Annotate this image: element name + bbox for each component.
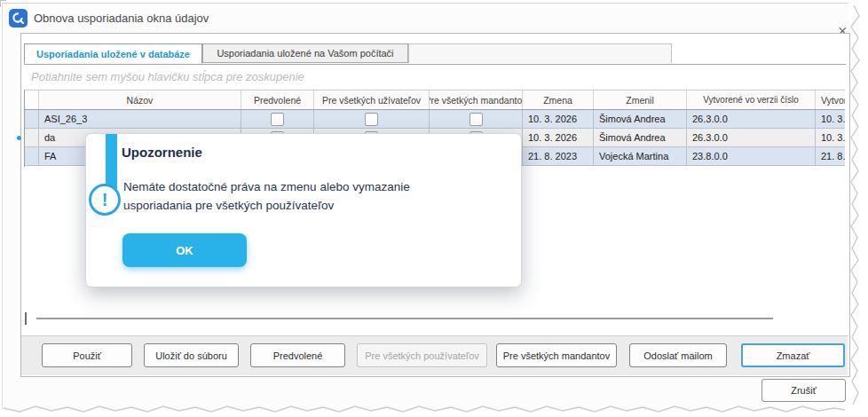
pre-vsetkych-pouzivatelov-button[interactable]: Pre všetkých používateľov	[357, 343, 487, 367]
torn-corner-mark	[0, 0, 6, 1]
cell-zmena: 10. 3. 2026	[523, 110, 594, 128]
cell-mandantov	[430, 110, 523, 128]
tab-strip: Usporiadania uložené v databáze Usporiad…	[24, 43, 846, 65]
modal-message-line2: usporiadania pre všetkých používateľov	[123, 199, 334, 212]
cell-zmena: 21. 8. 2023	[523, 147, 594, 165]
ok-button[interactable]: OK	[122, 233, 247, 267]
predvolene-button[interactable]: Predvolené	[250, 343, 345, 367]
grid-header-row: Názov Predvolené Pre všetkých užívateľov…	[25, 90, 845, 110]
checkbox-pre-vsetkych-uzivatelov[interactable]	[365, 113, 378, 126]
warning-icon: !	[89, 184, 121, 216]
checkbox-predvolene[interactable]	[271, 113, 284, 126]
cell-nazov: ASI_26_3	[39, 110, 241, 128]
row-indicator-cell	[25, 129, 39, 146]
row-indicator-cell	[25, 110, 39, 128]
column-header-vytvorene-vo-verzii[interactable]: Vytvorené vo verzii číslo	[687, 90, 816, 109]
current-row-dot	[17, 136, 21, 140]
zmazat-button[interactable]: Zmazať	[741, 343, 845, 367]
group-by-hint: Potiahnite sem myšou hlavičku stĺpca pre…	[31, 70, 304, 83]
column-header-nazov[interactable]: Názov	[39, 90, 241, 109]
tab-layouts-on-computer[interactable]: Usporiadania uložené na Vašom počítači	[202, 43, 408, 63]
column-header-pre-vsetkych-mandantov[interactable]: Pre všetkých mandantov	[430, 90, 523, 109]
cell-verzia: 26.3.0.0	[687, 110, 816, 128]
cell-zmenil: Šimová Andrea	[594, 110, 687, 128]
title-bar: Obnova usporiadania okna údajov ×	[3, 4, 848, 34]
column-header-predvolene[interactable]: Predvolené	[241, 90, 314, 109]
tab-strip-filler	[408, 43, 672, 63]
warning-dialog: Upozornenie ! Nemáte dostatočné práva na…	[85, 133, 522, 287]
torn-corner-mark	[0, 0, 1, 7]
cell-zmenil: Vojecká Martina	[594, 147, 687, 165]
cell-verzia: 26.3.0.0	[687, 129, 816, 146]
ulozit-do-suboru-button[interactable]: Uložiť do súboru	[144, 343, 239, 367]
cell-vytvorene: 10. 3. 2	[816, 110, 845, 128]
pouzit-button[interactable]: Použiť	[42, 343, 132, 367]
cell-verzia: 23.8.0.0	[687, 147, 816, 165]
cell-zmena: 10. 3. 2026	[523, 129, 594, 146]
row-indicator-cell	[25, 147, 39, 165]
column-header-vytvorene[interactable]: Vytvorené	[816, 90, 845, 109]
modal-message-line1: Nemáte dostatočné práva na zmenu alebo v…	[123, 180, 410, 193]
checkbox-pre-vsetkych-mandantov[interactable]	[470, 113, 483, 126]
app-icon	[9, 9, 28, 28]
window-title: Obnova usporiadania okna údajov	[34, 12, 209, 25]
splitter-tick	[25, 312, 27, 325]
tab-layouts-in-database[interactable]: Usporiadania uložené v databáze	[24, 43, 202, 64]
column-header-pre-vsetkych-uzivatelov[interactable]: Pre všetkých užívateľov	[314, 90, 430, 109]
cell-predvolene	[241, 110, 314, 128]
cell-zmenil: Šimová Andrea	[594, 129, 687, 146]
cell-uzivatelov	[314, 110, 430, 128]
cell-vytvorene: 10. 3. 2	[816, 129, 845, 146]
modal-message: Nemáte dostatočné práva na zmenu alebo v…	[123, 177, 496, 215]
modal-accent-bar	[106, 134, 117, 189]
zrusit-button[interactable]: Zrušiť	[761, 379, 846, 402]
column-header-zmena[interactable]: Zmena	[523, 90, 594, 109]
action-button-bar: Použiť Uložiť do súboru Predvolené Pre v…	[21, 335, 848, 375]
row-indicator-header	[25, 90, 39, 109]
column-header-zmenil[interactable]: Zmenil	[594, 90, 687, 109]
odoslat-mailom-button[interactable]: Odoslať mailom	[629, 343, 727, 367]
modal-title: Upozornenie	[122, 145, 202, 160]
horizontal-splitter[interactable]	[36, 318, 773, 319]
cell-vytvorene: 21. 8. 2	[816, 147, 845, 165]
table-row[interactable]: ASI_26_3 10. 3. 2026 Šimová Andrea 26.3.…	[25, 110, 845, 129]
pre-vsetkych-mandantov-button[interactable]: Pre všetkých mandantov	[496, 343, 617, 367]
screenshot-page: Obnova usporiadania okna údajov × Uspori…	[0, 0, 868, 417]
